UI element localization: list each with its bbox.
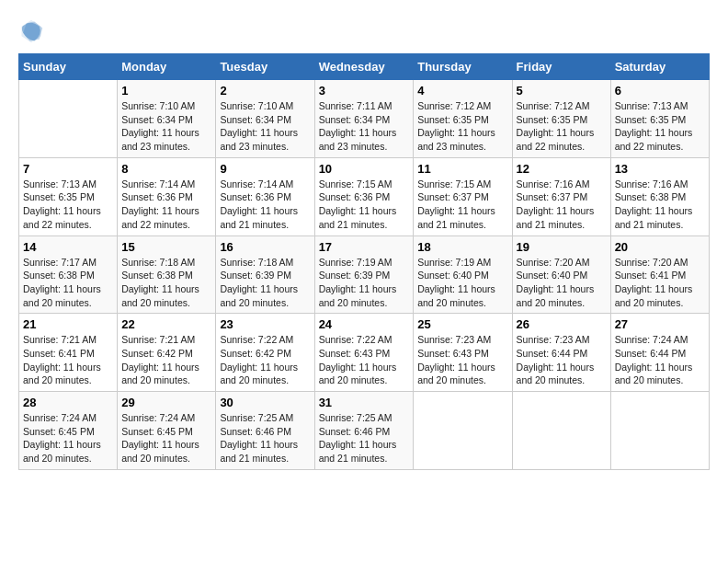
day-header-tuesday: Tuesday bbox=[216, 54, 314, 80]
day-cell: 31Sunrise: 7:25 AM Sunset: 6:46 PM Dayli… bbox=[314, 392, 414, 470]
week-row-1: 1Sunrise: 7:10 AM Sunset: 6:34 PM Daylig… bbox=[19, 80, 710, 158]
day-info: Sunrise: 7:13 AM Sunset: 6:35 PM Dayligh… bbox=[23, 178, 113, 232]
day-cell: 30Sunrise: 7:25 AM Sunset: 6:46 PM Dayli… bbox=[216, 392, 314, 470]
day-number: 24 bbox=[319, 317, 410, 331]
day-cell bbox=[512, 392, 610, 470]
day-info: Sunrise: 7:25 AM Sunset: 6:46 PM Dayligh… bbox=[319, 411, 410, 465]
day-number: 2 bbox=[220, 84, 310, 98]
day-info: Sunrise: 7:21 AM Sunset: 6:41 PM Dayligh… bbox=[23, 333, 113, 387]
day-cell: 5Sunrise: 7:12 AM Sunset: 6:35 PM Daylig… bbox=[512, 80, 610, 158]
day-cell: 4Sunrise: 7:12 AM Sunset: 6:35 PM Daylig… bbox=[414, 80, 512, 158]
day-number: 25 bbox=[417, 317, 507, 331]
day-number: 6 bbox=[615, 84, 705, 98]
day-number: 20 bbox=[615, 240, 705, 254]
day-number: 28 bbox=[23, 396, 113, 409]
day-number: 10 bbox=[319, 162, 410, 176]
day-info: Sunrise: 7:24 AM Sunset: 6:45 PM Dayligh… bbox=[23, 411, 113, 465]
day-number: 30 bbox=[220, 396, 310, 409]
day-header-saturday: Saturday bbox=[610, 54, 709, 80]
day-info: Sunrise: 7:11 AM Sunset: 6:34 PM Dayligh… bbox=[319, 99, 410, 154]
day-info: Sunrise: 7:23 AM Sunset: 6:43 PM Dayligh… bbox=[417, 333, 507, 387]
day-cell bbox=[414, 392, 512, 470]
day-number: 1 bbox=[121, 84, 211, 98]
day-number: 23 bbox=[220, 317, 310, 331]
day-cell: 26Sunrise: 7:23 AM Sunset: 6:44 PM Dayli… bbox=[512, 314, 610, 392]
day-number: 17 bbox=[319, 240, 410, 254]
day-cell: 1Sunrise: 7:10 AM Sunset: 6:34 PM Daylig… bbox=[118, 80, 216, 158]
day-info: Sunrise: 7:16 AM Sunset: 6:37 PM Dayligh… bbox=[517, 178, 607, 232]
page-header bbox=[18, 18, 710, 44]
day-cell: 13Sunrise: 7:16 AM Sunset: 6:38 PM Dayli… bbox=[610, 157, 709, 236]
day-cell: 9Sunrise: 7:14 AM Sunset: 6:36 PM Daylig… bbox=[216, 157, 314, 236]
day-number: 9 bbox=[220, 162, 310, 176]
day-info: Sunrise: 7:18 AM Sunset: 6:39 PM Dayligh… bbox=[220, 256, 310, 310]
day-header-thursday: Thursday bbox=[414, 54, 512, 80]
day-cell: 2Sunrise: 7:10 AM Sunset: 6:34 PM Daylig… bbox=[216, 80, 314, 158]
logo-icon bbox=[18, 18, 44, 44]
day-number: 12 bbox=[517, 162, 607, 176]
day-info: Sunrise: 7:15 AM Sunset: 6:37 PM Dayligh… bbox=[417, 178, 507, 232]
day-info: Sunrise: 7:14 AM Sunset: 6:36 PM Dayligh… bbox=[220, 178, 310, 232]
day-info: Sunrise: 7:10 AM Sunset: 6:34 PM Dayligh… bbox=[121, 99, 211, 154]
day-number: 21 bbox=[23, 317, 113, 331]
day-number: 11 bbox=[417, 162, 507, 176]
day-number: 19 bbox=[517, 240, 607, 254]
week-row-4: 21Sunrise: 7:21 AM Sunset: 6:41 PM Dayli… bbox=[19, 314, 710, 392]
day-cell: 28Sunrise: 7:24 AM Sunset: 6:45 PM Dayli… bbox=[19, 392, 118, 470]
day-info: Sunrise: 7:16 AM Sunset: 6:38 PM Dayligh… bbox=[615, 178, 705, 232]
day-info: Sunrise: 7:12 AM Sunset: 6:35 PM Dayligh… bbox=[517, 99, 607, 154]
day-number: 3 bbox=[319, 84, 410, 98]
day-cell: 25Sunrise: 7:23 AM Sunset: 6:43 PM Dayli… bbox=[414, 314, 512, 392]
day-info: Sunrise: 7:22 AM Sunset: 6:42 PM Dayligh… bbox=[220, 333, 310, 387]
day-cell: 11Sunrise: 7:15 AM Sunset: 6:37 PM Dayli… bbox=[414, 157, 512, 236]
day-cell: 22Sunrise: 7:21 AM Sunset: 6:42 PM Dayli… bbox=[118, 314, 216, 392]
day-cell: 6Sunrise: 7:13 AM Sunset: 6:35 PM Daylig… bbox=[610, 80, 709, 158]
day-cell: 21Sunrise: 7:21 AM Sunset: 6:41 PM Dayli… bbox=[19, 314, 118, 392]
day-cell: 29Sunrise: 7:24 AM Sunset: 6:45 PM Dayli… bbox=[118, 392, 216, 470]
day-cell: 10Sunrise: 7:15 AM Sunset: 6:36 PM Dayli… bbox=[314, 157, 414, 236]
header-row: SundayMondayTuesdayWednesdayThursdayFrid… bbox=[19, 54, 710, 80]
day-number: 4 bbox=[417, 84, 507, 98]
day-cell bbox=[19, 80, 118, 158]
day-number: 15 bbox=[121, 240, 211, 254]
day-info: Sunrise: 7:15 AM Sunset: 6:36 PM Dayligh… bbox=[319, 178, 410, 232]
day-info: Sunrise: 7:12 AM Sunset: 6:35 PM Dayligh… bbox=[417, 99, 507, 154]
day-number: 26 bbox=[517, 317, 607, 331]
day-header-friday: Friday bbox=[512, 54, 610, 80]
day-info: Sunrise: 7:13 AM Sunset: 6:35 PM Dayligh… bbox=[615, 99, 705, 154]
day-number: 18 bbox=[417, 240, 507, 254]
day-info: Sunrise: 7:19 AM Sunset: 6:39 PM Dayligh… bbox=[319, 256, 410, 310]
day-cell: 16Sunrise: 7:18 AM Sunset: 6:39 PM Dayli… bbox=[216, 236, 314, 314]
day-cell: 24Sunrise: 7:22 AM Sunset: 6:43 PM Dayli… bbox=[314, 314, 414, 392]
day-number: 13 bbox=[615, 162, 705, 176]
day-number: 8 bbox=[121, 162, 211, 176]
day-number: 14 bbox=[23, 240, 113, 254]
day-cell: 8Sunrise: 7:14 AM Sunset: 6:36 PM Daylig… bbox=[118, 157, 216, 236]
day-info: Sunrise: 7:17 AM Sunset: 6:38 PM Dayligh… bbox=[23, 256, 113, 310]
calendar-table: SundayMondayTuesdayWednesdayThursdayFrid… bbox=[18, 53, 710, 470]
day-info: Sunrise: 7:19 AM Sunset: 6:40 PM Dayligh… bbox=[417, 256, 507, 310]
day-cell: 17Sunrise: 7:19 AM Sunset: 6:39 PM Dayli… bbox=[314, 236, 414, 314]
day-header-monday: Monday bbox=[118, 54, 216, 80]
day-cell: 12Sunrise: 7:16 AM Sunset: 6:37 PM Dayli… bbox=[512, 157, 610, 236]
day-info: Sunrise: 7:10 AM Sunset: 6:34 PM Dayligh… bbox=[220, 99, 310, 154]
day-number: 22 bbox=[121, 317, 211, 331]
logo bbox=[18, 18, 48, 44]
day-cell: 7Sunrise: 7:13 AM Sunset: 6:35 PM Daylig… bbox=[19, 157, 118, 236]
day-info: Sunrise: 7:14 AM Sunset: 6:36 PM Dayligh… bbox=[121, 178, 211, 232]
day-cell: 19Sunrise: 7:20 AM Sunset: 6:40 PM Dayli… bbox=[512, 236, 610, 314]
day-header-wednesday: Wednesday bbox=[314, 54, 414, 80]
week-row-3: 14Sunrise: 7:17 AM Sunset: 6:38 PM Dayli… bbox=[19, 236, 710, 314]
week-row-5: 28Sunrise: 7:24 AM Sunset: 6:45 PM Dayli… bbox=[19, 392, 710, 470]
day-number: 29 bbox=[121, 396, 211, 409]
day-number: 31 bbox=[319, 396, 410, 409]
day-info: Sunrise: 7:24 AM Sunset: 6:45 PM Dayligh… bbox=[121, 411, 211, 465]
day-cell bbox=[610, 392, 709, 470]
day-info: Sunrise: 7:23 AM Sunset: 6:44 PM Dayligh… bbox=[517, 333, 607, 387]
day-info: Sunrise: 7:25 AM Sunset: 6:46 PM Dayligh… bbox=[220, 411, 310, 465]
day-number: 16 bbox=[220, 240, 310, 254]
day-info: Sunrise: 7:20 AM Sunset: 6:40 PM Dayligh… bbox=[517, 256, 607, 310]
day-cell: 23Sunrise: 7:22 AM Sunset: 6:42 PM Dayli… bbox=[216, 314, 314, 392]
day-cell: 20Sunrise: 7:20 AM Sunset: 6:41 PM Dayli… bbox=[610, 236, 709, 314]
day-info: Sunrise: 7:18 AM Sunset: 6:38 PM Dayligh… bbox=[121, 256, 211, 310]
